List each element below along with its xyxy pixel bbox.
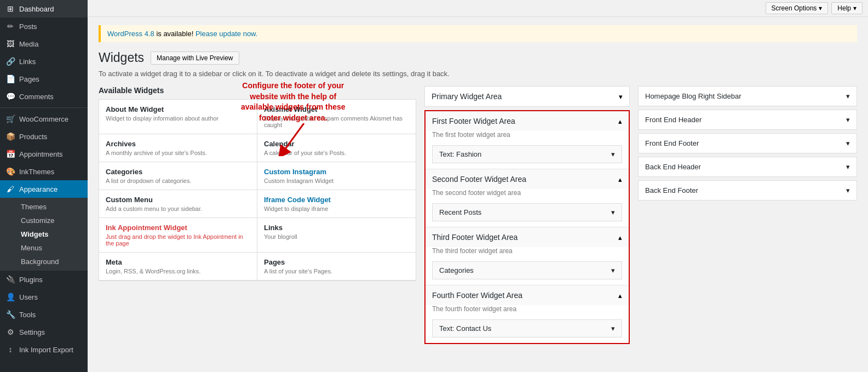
fourth-footer-widget-area: Fourth Footer Widget Area ▴ The fourth f… bbox=[426, 285, 629, 343]
second-footer-widget[interactable]: Recent Posts ▾ bbox=[432, 203, 622, 221]
first-footer-widget-area: First Footer Widget Area ▴ The first foo… bbox=[426, 111, 629, 169]
sidebar-item-links[interactable]: 🔗 Links bbox=[0, 53, 88, 70]
sidebar-item-media[interactable]: 🖼 Media bbox=[0, 35, 88, 53]
sidebar-sub-customize[interactable]: Customize bbox=[15, 214, 88, 227]
fourth-footer-title: Fourth Footer Widget Area bbox=[432, 291, 522, 300]
list-item[interactable]: Custom Instagram Custom Instagram Widget bbox=[257, 162, 416, 190]
widget-desc: A calendar of your site's Posts. bbox=[264, 150, 409, 156]
list-item[interactable]: Links Your blogroll bbox=[257, 218, 416, 253]
sidebar-sub-themes[interactable]: Themes bbox=[15, 200, 88, 214]
right-panel-item-1[interactable]: Front End Header ▾ bbox=[638, 110, 857, 130]
sidebar-item-products[interactable]: 📦 Products bbox=[0, 128, 88, 145]
primary-area-header[interactable]: Primary Widget Area ▾ bbox=[425, 87, 629, 106]
chevron-down-icon-w2: ▾ bbox=[611, 208, 615, 216]
sidebar-item-posts[interactable]: ✏ Posts bbox=[0, 18, 88, 35]
sidebar-item-appearance[interactable]: 🖌 Appearance bbox=[0, 180, 88, 198]
widget-name: Calendar bbox=[264, 140, 409, 148]
chevron-up-icon-1: ▴ bbox=[618, 117, 622, 125]
update-now-link[interactable]: Please update now. bbox=[196, 30, 257, 38]
screen-options-button[interactable]: Screen Options ▾ bbox=[766, 2, 829, 14]
sidebar-item-tools[interactable]: 🔧 Tools bbox=[0, 306, 88, 323]
sidebar-item-comments[interactable]: 💬 Comments bbox=[0, 88, 88, 105]
sidebar-item-plugins[interactable]: 🔌 Plugins bbox=[0, 271, 88, 288]
widget-name: Custom Instagram bbox=[264, 168, 409, 176]
topbar: Screen Options ▾ Help ▾ bbox=[88, 0, 868, 17]
inkthemes-icon: 🎨 bbox=[5, 167, 15, 176]
pages-icon: 📄 bbox=[5, 75, 15, 83]
list-item[interactable]: Archives A monthly archive of your site'… bbox=[99, 134, 257, 162]
chevron-down-icon-r4: ▾ bbox=[846, 186, 850, 194]
chevron-down-icon-r0: ▾ bbox=[846, 92, 850, 100]
list-item[interactable]: Categories A list or dropdown of categor… bbox=[99, 162, 257, 190]
third-footer-area-header[interactable]: Third Footer Widget Area ▴ bbox=[426, 227, 629, 247]
widgets-container: Available Widgets About Me Widget Widget… bbox=[99, 86, 857, 344]
primary-widget-area: Primary Widget Area ▾ bbox=[424, 86, 630, 107]
sidebar-item-dashboard[interactable]: ⊞ Dashboard bbox=[0, 0, 88, 18]
list-item[interactable]: Custom Menu Add a custom menu to your si… bbox=[99, 190, 257, 218]
right-panel-item-0[interactable]: Homepage Blog Right Sidebar ▾ bbox=[638, 86, 857, 106]
widget-desc: A monthly archive of your site's Posts. bbox=[106, 150, 250, 156]
list-item[interactable]: Meta Login, RSS, & WordPress.org links. bbox=[99, 253, 257, 281]
list-item[interactable]: Pages A list of your site's Pages. bbox=[257, 253, 416, 281]
wp-version-link[interactable]: WordPress 4.8 bbox=[107, 30, 154, 38]
ink-import-export-icon: ↕ bbox=[5, 345, 15, 354]
live-preview-button[interactable]: Manage with Live Preview bbox=[151, 51, 239, 65]
list-item[interactable]: Akismet Widget Display the number of spa… bbox=[257, 100, 416, 134]
comments-icon: 💬 bbox=[5, 92, 15, 101]
widget-desc: Your blogroll bbox=[264, 233, 409, 240]
available-widgets-section: Available Widgets About Me Widget Widget… bbox=[99, 86, 416, 344]
list-item[interactable]: Iframe Code Widget Widget to display ifr… bbox=[257, 190, 416, 218]
third-footer-widget[interactable]: Categories ▾ bbox=[432, 261, 622, 279]
sidebar-item-settings[interactable]: ⚙ Settings bbox=[0, 323, 88, 341]
appearance-submenu: Themes Customize Widgets Menus Backgroun… bbox=[0, 198, 88, 271]
help-button[interactable]: Help ▾ bbox=[831, 2, 863, 14]
sidebar-item-appointments[interactable]: 📅 Appointments bbox=[0, 145, 88, 163]
chevron-up-icon: ▾ bbox=[619, 93, 623, 101]
widget-name: Archives bbox=[106, 140, 250, 148]
sidebar-item-inkthemes[interactable]: 🎨 InkThemes bbox=[0, 163, 88, 180]
widget-name: Categories bbox=[106, 168, 250, 176]
right-panel-item-3[interactable]: Back End Header ▾ bbox=[638, 157, 857, 177]
chevron-down-icon-help: ▾ bbox=[853, 4, 856, 12]
fourth-footer-area-header[interactable]: Fourth Footer Widget Area ▴ bbox=[426, 285, 629, 305]
sidebar: ⊞ Dashboard ✏ Posts 🖼 Media 🔗 Links 📄 Pa… bbox=[0, 0, 88, 372]
widget-name: Custom Menu bbox=[106, 196, 250, 204]
chevron-down-icon: ▾ bbox=[819, 4, 822, 12]
right-panel-item-4[interactable]: Back End Footer ▾ bbox=[638, 180, 857, 201]
widget-desc: Custom Instagram Widget bbox=[264, 178, 409, 184]
widget-name: Pages bbox=[264, 258, 409, 266]
main-content: Screen Options ▾ Help ▾ WordPress 4.8 is… bbox=[88, 0, 868, 372]
list-item[interactable]: Ink Appointment Widget Just drag and dro… bbox=[99, 218, 257, 253]
sidebar-item-pages[interactable]: 📄 Pages bbox=[0, 70, 88, 88]
chevron-down-icon-w4: ▾ bbox=[611, 324, 615, 333]
chevron-down-icon-w1: ▾ bbox=[611, 150, 615, 158]
sidebar-divider bbox=[0, 107, 88, 108]
sidebar-sub-widgets[interactable]: Widgets bbox=[15, 227, 88, 241]
media-icon: 🖼 bbox=[5, 39, 15, 48]
chevron-up-icon-4: ▴ bbox=[618, 291, 622, 300]
sidebar-sub-menus[interactable]: Menus bbox=[15, 241, 88, 255]
sidebar-sub-background[interactable]: Background bbox=[15, 255, 88, 268]
first-footer-area-header[interactable]: First Footer Widget Area ▴ bbox=[426, 111, 629, 131]
first-footer-title: First Footer Widget Area bbox=[432, 117, 515, 125]
fourth-footer-widget[interactable]: Text: Contact Us ▾ bbox=[432, 319, 622, 337]
products-icon: 📦 bbox=[5, 132, 15, 141]
list-item[interactable]: About Me Widget Widget to display inform… bbox=[99, 100, 257, 134]
sidebar-item-ink-import-export[interactable]: ↕ Ink Import Export bbox=[0, 341, 88, 358]
content-area: WordPress 4.8 is available! Please updat… bbox=[88, 17, 868, 372]
widget-name: Links bbox=[264, 224, 409, 232]
tools-icon: 🔧 bbox=[5, 310, 15, 319]
right-panel-item-2[interactable]: Front End Footer ▾ bbox=[638, 133, 857, 153]
update-notice: WordPress 4.8 is available! Please updat… bbox=[99, 25, 857, 42]
second-footer-area-header[interactable]: Second Footer Widget Area ▴ bbox=[426, 169, 629, 189]
sidebar-item-woocommerce[interactable]: 🛒 WooCommerce bbox=[0, 110, 88, 128]
sidebar-item-users[interactable]: 👤 Users bbox=[0, 288, 88, 306]
page-description: To activate a widget drag it to a sideba… bbox=[99, 70, 857, 78]
list-item[interactable]: Calendar A calendar of your site's Posts… bbox=[257, 134, 416, 162]
first-footer-widget[interactable]: Text: Fashion ▾ bbox=[432, 145, 622, 163]
woocommerce-icon: 🛒 bbox=[5, 115, 15, 123]
posts-icon: ✏ bbox=[5, 22, 15, 31]
content-wrapper: Configure the footer of yourwebsite with… bbox=[99, 86, 857, 344]
third-footer-widget-area: Third Footer Widget Area ▴ The third foo… bbox=[426, 227, 629, 285]
available-widgets-title: Available Widgets bbox=[99, 86, 416, 95]
